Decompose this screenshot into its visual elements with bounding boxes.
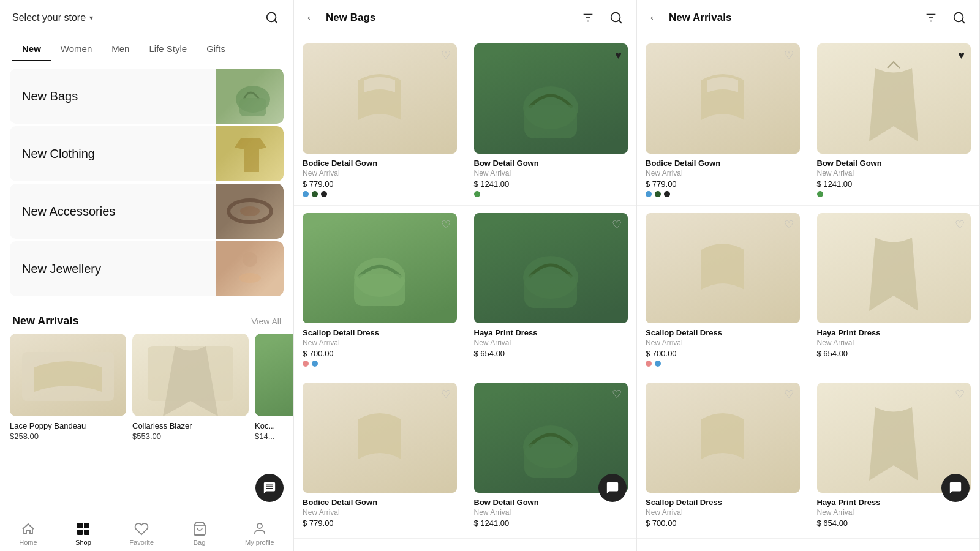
right-product-5[interactable]: ♡ Haya Print Dress New Arrival $ 654.00	[809, 375, 980, 539]
arrivals-row: Lace Poppy Bandeau $258.00 Collarless Bl…	[0, 334, 293, 441]
arrival-card-1[interactable]: Collarless Blazer $553.00	[132, 334, 249, 441]
category-item-bags[interactable]: New Bags	[10, 69, 284, 124]
right-product-2[interactable]: ♡ Scallop Detail Dress New Arrival $ 700…	[637, 206, 809, 375]
right-product-grid: ♡ Bodice Detail Gown New Arrival $ 779.0…	[637, 36, 979, 551]
mid-product-2[interactable]: ♡ Scallop Detail Dress New Arrival $ 700…	[294, 206, 466, 375]
nav-shop-label: Shop	[75, 539, 91, 546]
category-accessories-label: New Accessories	[22, 204, 115, 219]
mid-search-button[interactable]	[607, 9, 625, 27]
arrival-card-0[interactable]: Lace Poppy Bandeau $258.00	[10, 334, 126, 441]
mid-wishlist-1[interactable]: ♥	[615, 50, 622, 61]
search-button[interactable]	[263, 9, 281, 27]
svg-rect-13	[84, 530, 89, 535]
chat-fab[interactable]	[255, 474, 284, 502]
color-dot	[817, 191, 823, 197]
mid-product-tag-0: New Arrival	[303, 169, 457, 178]
mid-back-button[interactable]: ←	[305, 10, 318, 26]
tab-gifts[interactable]: Gifts	[197, 36, 235, 61]
right-product-price-2: $ 700.00	[646, 349, 800, 358]
mid-product-name-4: Bodice Detail Gown	[303, 498, 457, 507]
mid-product-1[interactable]: ♥ Bow Detail Gown New Arrival $ 1241.00	[466, 36, 637, 206]
right-wishlist-4[interactable]: ♡	[784, 389, 794, 400]
mid-filter-button[interactable]	[579, 9, 597, 27]
right-product-name-2: Scallop Detail Dress	[646, 328, 800, 337]
color-dot	[312, 361, 318, 367]
nav-bag-label: Bag	[194, 539, 206, 546]
category-clothing-label: New Clothing	[22, 147, 95, 161]
mid-wishlist-0[interactable]: ♡	[441, 50, 451, 61]
mid-product-name-3: Haya Print Dress	[474, 328, 628, 337]
right-product-3[interactable]: ♡ Haya Print Dress New Arrival $ 654.00	[809, 206, 980, 375]
mid-product-img-wrap-4: ♡	[303, 383, 457, 493]
nav-profile[interactable]: My profile	[245, 522, 274, 546]
mid-product-img-wrap-3: ♡	[474, 213, 628, 323]
svg-rect-26	[524, 274, 577, 308]
mid-wishlist-4[interactable]: ♡	[441, 389, 451, 400]
right-filter-button[interactable]	[922, 9, 940, 27]
right-product-tag-5: New Arrival	[817, 508, 971, 517]
mid-wishlist-2[interactable]: ♡	[441, 219, 451, 230]
tab-lifestyle[interactable]: Life Style	[139, 36, 197, 61]
svg-rect-10	[77, 523, 83, 528]
arrival-name-2: Koc...	[255, 421, 293, 430]
mid-product-price-0: $ 779.00	[303, 179, 457, 189]
category-list: New Bags New Clothing New Accessories	[0, 61, 293, 305]
mid-product-grid: ♡ Bodice Detail Gown New Arrival $ 779.0…	[294, 36, 636, 551]
right-wishlist-0[interactable]: ♡	[784, 50, 794, 61]
nav-favorite[interactable]: Favorite	[129, 522, 154, 546]
right-search-button[interactable]	[950, 9, 968, 27]
right-product-price-1: $ 1241.00	[817, 179, 971, 189]
category-item-accessories[interactable]: New Accessories	[10, 184, 284, 239]
arrival-price-0: $258.00	[10, 432, 126, 441]
right-product-4[interactable]: ♡ Scallop Detail Dress New Arrival $ 700…	[637, 375, 809, 539]
mid-product-5[interactable]: ♡ Bow Detail Gown New Arrival $ 1241.00	[466, 375, 637, 539]
right-product-0[interactable]: ♡ Bodice Detail Gown New Arrival $ 779.0…	[637, 36, 809, 206]
right-product-name-0: Bodice Detail Gown	[646, 159, 800, 168]
arrival-card-2[interactable]: Koc... $14...	[255, 334, 293, 441]
mid-product-0[interactable]: ♡ Bodice Detail Gown New Arrival $ 779.0…	[294, 36, 466, 206]
right-product-colors-2	[646, 361, 800, 367]
mid-panel-header: ← New Bags	[294, 0, 636, 36]
right-product-colors-1	[817, 191, 971, 197]
right-product-tag-0: New Arrival	[646, 169, 800, 178]
right-wishlist-5[interactable]: ♡	[955, 389, 965, 400]
mid-chat-fab[interactable]	[598, 474, 627, 502]
nav-bag[interactable]: Bag	[192, 522, 207, 546]
right-product-1[interactable]: ♥ Bow Detail Gown New Arrival $ 1241.00	[809, 36, 980, 206]
color-dot	[664, 191, 670, 197]
right-chat-fab[interactable]	[941, 474, 970, 502]
mid-product-img-0	[303, 43, 457, 154]
mid-product-4[interactable]: ♡ Bodice Detail Gown New Arrival $ 779.0…	[294, 375, 466, 539]
bottom-nav: Home Shop Favorite Bag My	[0, 514, 293, 551]
right-product-img-0	[646, 43, 800, 154]
mid-wishlist-3[interactable]: ♡	[612, 219, 622, 230]
right-header-icons	[922, 9, 968, 27]
mid-product-img-4	[303, 383, 457, 493]
right-panel: ← New Arrivals	[637, 0, 980, 551]
mid-product-3[interactable]: ♡ Haya Print Dress New Arrival $ 654.00	[466, 206, 637, 375]
svg-point-15	[257, 523, 262, 528]
color-dot	[655, 361, 661, 367]
nav-shop[interactable]: Shop	[75, 522, 91, 546]
right-wishlist-2[interactable]: ♡	[784, 219, 794, 230]
right-wishlist-1[interactable]: ♥	[958, 50, 965, 61]
category-item-clothing[interactable]: New Clothing	[10, 126, 284, 181]
view-all-link[interactable]: View All	[251, 317, 281, 326]
tab-women[interactable]: Women	[51, 36, 102, 61]
nav-home[interactable]: Home	[19, 522, 37, 546]
mid-wishlist-5[interactable]: ♡	[612, 389, 622, 400]
category-accessories-image	[216, 184, 284, 239]
nav-profile-label: My profile	[245, 539, 274, 546]
mid-product-price-4: $ 779.00	[303, 519, 457, 528]
right-back-button[interactable]: ←	[648, 10, 662, 26]
right-product-price-5: $ 654.00	[817, 519, 971, 528]
mid-product-img-2	[303, 213, 457, 323]
svg-point-6	[243, 252, 257, 267]
mid-product-colors-1	[474, 191, 628, 197]
store-selector[interactable]: Select your store ▾	[12, 12, 93, 23]
right-wishlist-3[interactable]: ♡	[955, 219, 965, 230]
tab-men[interactable]: Men	[102, 36, 139, 61]
tab-new[interactable]: New	[12, 36, 51, 61]
category-item-jewellery[interactable]: New Jewellery	[10, 241, 284, 296]
color-dot	[655, 191, 661, 197]
